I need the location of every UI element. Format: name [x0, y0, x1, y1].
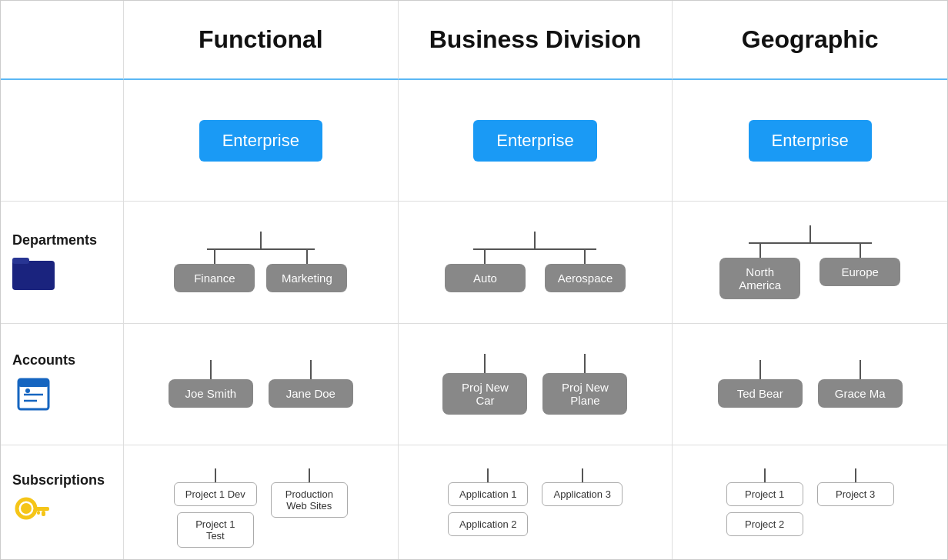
business-subscriptions-cell: Application 1 Application 2 Application … [399, 445, 673, 559]
account-proj-new-car: Proj NewCar [442, 373, 527, 415]
geographic-accounts-cell: Ted Bear Grace Ma [673, 324, 947, 445]
diagram: Functional Business Division Geographic … [0, 0, 948, 560]
sub-proj1-dev: Project 1 Dev [174, 482, 257, 506]
geographic-departments-cell: NorthAmerica Europe [673, 202, 947, 323]
sub-prod-web: ProductionWeb Sites [271, 482, 348, 518]
sub-app3: Application 3 [542, 482, 622, 506]
svg-rect-12 [37, 511, 40, 515]
sub-app2: Application 2 [448, 512, 528, 536]
svg-point-9 [21, 503, 32, 514]
key-icon [12, 493, 51, 532]
svg-rect-11 [42, 511, 45, 516]
subscriptions-label: Subscriptions [12, 472, 105, 488]
enterprise-label-cell [1, 80, 124, 202]
dept-aerospace: Aerospace [545, 264, 626, 292]
sub-app1: Application 1 [448, 482, 528, 506]
business-title: Business Division [429, 25, 642, 54]
functional-title: Functional [199, 25, 323, 54]
account-ted-bear: Ted Bear [718, 379, 803, 408]
sub-proj1-test: Project 1Test [177, 512, 254, 548]
accounts-icon [12, 373, 55, 415]
svg-rect-4 [18, 379, 48, 387]
account-grace-ma: Grace Ma [818, 379, 903, 408]
dept-finance: Finance [174, 264, 255, 292]
business-departments-cell: Auto Aerospace [399, 202, 673, 323]
header-functional: Functional [124, 1, 399, 80]
header-business: Business Division [399, 1, 673, 80]
sub-geo-proj1: Project 1 [726, 482, 803, 506]
svg-rect-2 [12, 258, 29, 264]
departments-label-cell: Departments [1, 202, 124, 323]
svg-rect-10 [34, 507, 49, 511]
geographic-enterprise-cell: Enterprise [673, 80, 947, 202]
svg-point-7 [25, 388, 30, 393]
header-geographic: Geographic [673, 1, 947, 80]
dept-marketing: Marketing [266, 264, 347, 292]
folder-icon [12, 253, 55, 292]
functional-departments-cell: Finance Marketing [124, 202, 399, 323]
accounts-label-cell: Accounts [1, 324, 124, 445]
business-enterprise-box: Enterprise [473, 120, 596, 162]
departments-label: Departments [12, 232, 97, 248]
account-joe-smith: Joe Smith [169, 379, 253, 408]
subscriptions-label-cell: Subscriptions [1, 445, 124, 559]
geographic-subscriptions-cell: Project 1 Project 2 Project 3 [673, 445, 947, 559]
geographic-title: Geographic [742, 25, 879, 54]
sub-geo-proj2: Project 2 [726, 512, 803, 536]
sub-geo-proj3: Project 3 [817, 482, 894, 506]
dept-auto: Auto [445, 264, 526, 292]
functional-enterprise-box: Enterprise [199, 120, 322, 162]
functional-subscriptions-cell: Project 1 Dev Project 1Test ProductionWe… [124, 445, 399, 559]
geographic-enterprise-box: Enterprise [749, 120, 872, 162]
dept-europe: Europe [819, 258, 900, 286]
account-jane-doe: Jane Doe [269, 379, 353, 408]
business-enterprise-cell: Enterprise [399, 80, 673, 202]
functional-accounts-cell: Joe Smith Jane Doe [124, 324, 399, 445]
accounts-label: Accounts [12, 352, 75, 368]
business-accounts-cell: Proj NewCar Proj NewPlane [399, 324, 673, 445]
account-proj-new-plane: Proj NewPlane [542, 373, 627, 415]
top-left-cell [1, 1, 124, 80]
dept-north-america: NorthAmerica [719, 258, 800, 299]
functional-enterprise-cell: Enterprise [124, 80, 399, 202]
